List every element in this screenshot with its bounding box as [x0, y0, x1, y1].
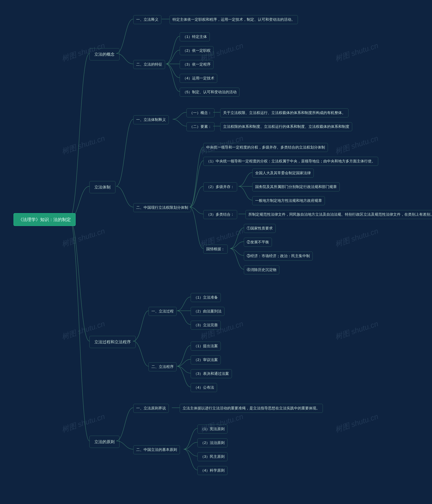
s2-b1-i1[interactable]: （一）概念：	[186, 108, 214, 117]
s4-b2-i1: （1）宪法原则	[197, 424, 228, 433]
s2-b2-top: 中央统一领导和一定程度的分权，多级并存、多类结合的立法权划分体制	[203, 143, 328, 152]
s2-b2-p2-a: 全国人大及其常委会制定国家法律	[252, 169, 314, 178]
s3-b2-i2: （2）审议法案	[191, 355, 221, 364]
watermark: 树图 shutu.cn	[60, 411, 106, 435]
s1-b2[interactable]: 二、立法的特征	[133, 60, 165, 69]
s2-b2-basis-a: ①国家性质要求	[244, 224, 276, 233]
s2-b2-p2-c: 一般地方制定地方性法规和地方政府规章	[252, 196, 325, 205]
watermark: 树图 shutu.cn	[334, 133, 379, 156]
watermark: 树图 shutu.cn	[334, 319, 379, 342]
s3-b2-i3: （3）表决和通过法案	[191, 369, 232, 378]
s2-b2-p2-b: 国务院及其所属部门分别制定行政法规和部门规章	[252, 182, 340, 191]
s4-b1[interactable]: 一、立法原则界说	[133, 404, 169, 413]
s2-b2-p2[interactable]: （2）多级并存：	[203, 182, 237, 191]
s3-b2[interactable]: 二、立法程序	[148, 362, 176, 371]
mindmap-canvas: 树图 shutu.cn 树图 shutu.cn 树图 shutu.cn 树图 s…	[0, 0, 432, 504]
s1-b2-i5: （5）制定、认可和变动法的活动	[180, 88, 239, 97]
s1-b2-i3: （3）依一定程序	[180, 60, 213, 69]
s1-b1-detail: 特定主体依一定职权和程序，运用一定技术，制定、认可和变动法的活动。	[170, 15, 298, 24]
s2-b2-p3[interactable]: （3）多类结合：	[203, 210, 237, 219]
s2-b1-i2[interactable]: （二）要素：	[186, 122, 214, 131]
section-system[interactable]: 立法体制	[89, 181, 115, 193]
s1-b1[interactable]: 一、立法释义	[133, 15, 161, 24]
s2-b1[interactable]: 一、立法体制释义	[133, 115, 169, 124]
watermark: 树图 shutu.cn	[334, 226, 379, 249]
s4-b2-i2: （2）法治原则	[197, 438, 228, 447]
s3-b2-i4: （4）公布法	[191, 383, 217, 392]
s2-b2-p1: （1）中央统一领导和一定程度的分权：立法权属于中央，居领导地位；由中央和地方多方…	[203, 157, 378, 166]
watermark: 树图 shutu.cn	[60, 133, 106, 156]
s2-b2[interactable]: 二、中国现行立法权限划分体制	[133, 203, 191, 212]
s1-b2-i1: （1）特定主体	[180, 32, 210, 41]
s4-b2[interactable]: 二、中国立法的基本原则	[133, 445, 180, 454]
section-concept[interactable]: 立法的概念	[89, 48, 119, 60]
s1-b2-i4: （4）运用一定技术	[180, 74, 217, 83]
root-node[interactable]: 《法理学》知识：法的制定	[13, 213, 76, 226]
s2-b2-p3-detail: 所制定规范性法律文件，同民族自治地方立法及自治法规、特别行政区立法及规范性法律文…	[246, 210, 432, 219]
s3-b1-i3: （3）立法完善	[191, 321, 221, 330]
watermark: 树图 shutu.cn	[334, 411, 379, 435]
s2-b1-i2-detail: 立法权限的体系和制度、立法权运行的体系和制度、立法权载体的体系和制度	[220, 122, 352, 131]
s2-b2-basis-d: ④消除历史沉淀物	[244, 265, 279, 274]
s3-b2-i1: （1）提出法案	[191, 342, 221, 351]
section-principle[interactable]: 立法的原则	[89, 436, 119, 448]
s3-b1-i1: （1）立法准备	[191, 293, 221, 302]
section-process[interactable]: 立法过程和立法程序	[89, 336, 136, 348]
watermark: 树图 shutu.cn	[334, 40, 379, 64]
s2-b2-basis-c: ③经济：市场经济；政治：民主集中制	[244, 252, 313, 261]
s2-b2-basis-b: ②发展不平衡	[244, 238, 272, 247]
s4-b1-detail: 立法主体据以进行立法活动的重要准绳，是立法指导思想在立法实践中的重要体现。	[180, 404, 323, 413]
s3-b1-i2: （2）由法案到法	[191, 307, 224, 316]
s2-b2-basis[interactable]: 国情根据：	[203, 245, 228, 254]
s2-b1-i1-detail: 关于立法权限、立法权运行、立法权载体的体系和制度所构成的有机整体。	[220, 108, 349, 117]
s3-b1[interactable]: 一、立法过程	[148, 307, 176, 316]
s1-b2-i2: （2）依一定职权	[180, 46, 213, 55]
s4-b2-i3: （3）民主原则	[197, 452, 228, 461]
watermark: 树图 shutu.cn	[60, 226, 106, 249]
s4-b2-i4: （4）科学原则	[197, 466, 228, 475]
